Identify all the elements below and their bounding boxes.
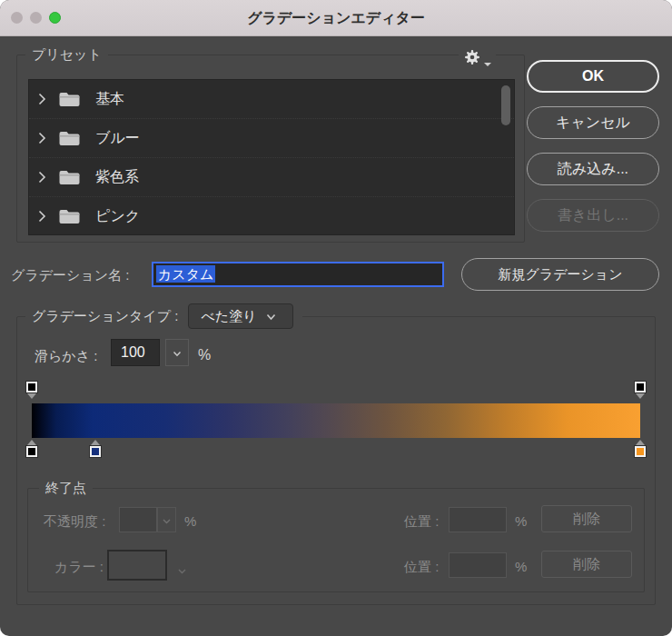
folder-icon xyxy=(58,169,81,186)
load-button[interactable]: 読み込み... xyxy=(527,153,659,185)
gradient-preview-bar[interactable] xyxy=(32,403,640,438)
new-gradient-button[interactable]: 新規グラデーション xyxy=(461,258,659,291)
opacity-label: 不透明度 : xyxy=(44,513,105,531)
smoothness-input[interactable]: 100 xyxy=(111,339,160,366)
color-position-input xyxy=(449,552,507,578)
preset-folder-row[interactable]: ピンク xyxy=(29,197,514,235)
opacity-input xyxy=(119,507,157,532)
folder-icon xyxy=(58,130,81,147)
folder-icon xyxy=(58,91,81,108)
opacity-stop-handle[interactable] xyxy=(635,382,646,399)
folder-icon xyxy=(58,208,81,225)
chevron-down-icon xyxy=(266,308,276,324)
opacity-dropdown-button xyxy=(157,507,176,532)
opacity-position-input xyxy=(449,507,507,532)
stops-legend: 終了点 xyxy=(39,480,93,497)
chevron-down-icon xyxy=(173,344,182,361)
gradient-type-value: べた塗り xyxy=(202,308,257,325)
preset-folder-label: 基本 xyxy=(95,90,124,109)
preset-list: 基本 ブルー 紫 xyxy=(28,79,515,235)
preset-folder-row[interactable]: ブルー xyxy=(29,119,514,158)
color-stop-handle[interactable] xyxy=(90,440,101,457)
gradient-type-label: グラデーションタイプ : xyxy=(32,308,179,325)
chevron-right-icon[interactable] xyxy=(38,93,47,105)
presets-group: プリセット xyxy=(16,55,525,243)
gradient-name-label: グラデーション名 : xyxy=(11,267,129,284)
opacity-position-label: 位置 : xyxy=(404,513,439,531)
smoothness-unit: % xyxy=(198,347,211,363)
ok-button[interactable]: OK xyxy=(527,60,659,93)
gradient-name-input[interactable]: カスタム xyxy=(152,262,444,287)
scrollbar-thumb[interactable] xyxy=(501,85,510,125)
preset-folder-row[interactable]: 基本 xyxy=(29,80,514,119)
color-position-unit: % xyxy=(515,559,527,574)
export-button: 書き出し... xyxy=(527,199,659,232)
preset-folder-label: 紫色系 xyxy=(95,168,139,187)
chevron-down-icon xyxy=(163,512,171,528)
color-label: カラー : xyxy=(54,559,104,576)
chevron-down-icon xyxy=(178,561,186,578)
gear-icon xyxy=(463,48,481,70)
gradient-editor-dialog: グラデーションエディター プリセット xyxy=(0,0,672,636)
smoothness-dropdown-button[interactable] xyxy=(165,339,189,366)
delete-opacity-stop-button: 削除 xyxy=(541,505,632,532)
delete-color-stop-button: 削除 xyxy=(541,551,632,578)
opacity-position-unit: % xyxy=(515,513,527,529)
gradient-strip xyxy=(32,382,640,462)
gradient-name-value: カスタム xyxy=(156,265,215,283)
titlebar: グラデーションエディター xyxy=(0,0,672,36)
color-stop-handle[interactable] xyxy=(635,440,646,457)
chevron-right-icon[interactable] xyxy=(38,210,47,223)
opacity-unit: % xyxy=(184,513,196,529)
preset-folder-row[interactable]: 紫色系 xyxy=(29,158,514,197)
opacity-stop-handle[interactable] xyxy=(26,382,37,399)
window-title: グラデーションエディター xyxy=(0,0,672,36)
color-stop-handle[interactable] xyxy=(26,440,37,457)
chevron-down-icon xyxy=(484,63,491,66)
color-position-label: 位置 : xyxy=(404,559,439,576)
presets-legend: プリセット xyxy=(25,46,108,64)
gradient-type-dropdown[interactable]: べた塗り xyxy=(188,303,293,329)
preset-folder-label: ブルー xyxy=(95,129,140,148)
chevron-right-icon[interactable] xyxy=(38,132,47,144)
smoothness-label: 滑らかさ : xyxy=(35,348,97,365)
color-swatch xyxy=(107,550,167,581)
preset-folder-label: ピンク xyxy=(95,207,140,226)
chevron-right-icon[interactable] xyxy=(38,171,47,184)
cancel-button[interactable]: キャンセル xyxy=(527,106,659,139)
presets-menu-button[interactable] xyxy=(459,47,496,71)
